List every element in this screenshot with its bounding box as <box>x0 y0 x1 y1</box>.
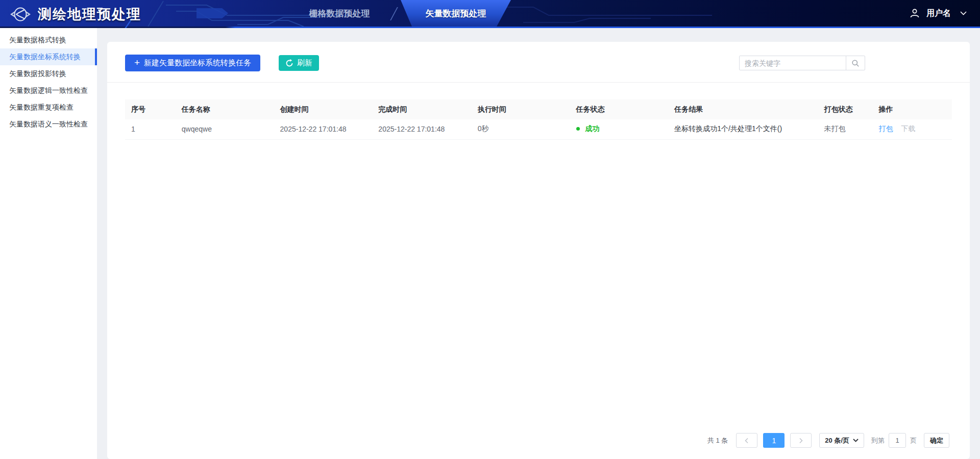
top-tabs: 栅格数据预处理 矢量数据预处理 <box>293 0 511 27</box>
page-1-button[interactable]: 1 <box>763 433 785 448</box>
chevron-left-icon <box>744 438 749 444</box>
col-actions: 操作 <box>872 99 952 119</box>
tab-label: 矢量数据预处理 <box>426 8 486 19</box>
col-status: 任务状态 <box>570 99 669 119</box>
app-header: 测绘地理预处理 栅格数据预处理 矢量数据预处理 用户名 <box>0 0 980 28</box>
search-button[interactable] <box>846 56 865 70</box>
cell-result: 坐标转换成功1个/共处理1个文件() <box>668 119 818 139</box>
prev-page-button[interactable] <box>736 433 757 448</box>
chevron-down-icon <box>853 439 859 442</box>
search-icon <box>851 59 860 67</box>
table-row: 1 qwqeqwe 2025-12-22 17:01:48 2025-12-22… <box>125 119 952 139</box>
header-accent-line <box>0 27 980 28</box>
app-title: 测绘地理预处理 <box>38 5 141 23</box>
pack-link[interactable]: 打包 <box>878 124 893 133</box>
col-created-time: 创建时间 <box>274 99 373 119</box>
cell-pack-status: 未打包 <box>818 119 873 139</box>
status-dot-icon <box>576 127 580 131</box>
cell-finished-time: 2025-12-22 17:01:48 <box>372 119 471 139</box>
sidebar-item-format-conversion[interactable]: 矢量数据格式转换 <box>0 32 97 48</box>
chevron-right-icon <box>798 438 803 444</box>
app-logo-icon <box>9 5 32 24</box>
user-menu[interactable]: 用户名 <box>909 0 967 27</box>
goto-page-suffix: 页 <box>910 436 917 445</box>
cell-index: 1 <box>125 119 176 139</box>
brand: 测绘地理预处理 <box>0 5 141 24</box>
cell-duration: 0秒 <box>472 119 570 139</box>
task-table: 序号 任务名称 创建时间 完成时间 执行时间 任务状态 任务结果 打包状态 操作 <box>125 99 952 140</box>
refresh-button[interactable]: 刷新 <box>279 55 319 71</box>
user-name: 用户名 <box>926 8 951 19</box>
tab-label: 栅格数据预处理 <box>309 8 370 19</box>
sidebar-item-projection-conversion[interactable]: 矢量数据投影转换 <box>0 65 97 82</box>
pagination: 共 1 条 1 20 条/页 <box>707 433 949 448</box>
sidebar-item-coordinate-system-conversion[interactable]: 矢量数据坐标系统转换 <box>0 48 97 65</box>
sidebar-item-duplicate-check[interactable]: 矢量数据重复项检查 <box>0 99 97 116</box>
cell-actions: 打包 下载 <box>872 119 952 139</box>
content-panel: + 新建矢量数据坐标系统转换任务 刷新 <box>107 42 970 459</box>
goto-page-input[interactable] <box>889 433 906 448</box>
task-table-area: 序号 任务名称 创建时间 完成时间 执行时间 任务状态 任务结果 打包状态 操作 <box>107 83 970 140</box>
page-size-select[interactable]: 20 条/页 <box>819 433 864 448</box>
download-link[interactable]: 下载 <box>901 124 915 133</box>
col-duration: 执行时间 <box>472 99 570 119</box>
tab-raster-preprocessing[interactable]: 栅格数据预处理 <box>293 0 385 27</box>
cell-task-name: qwqeqwe <box>176 119 274 139</box>
sidebar: 矢量数据格式转换 矢量数据坐标系统转换 矢量数据投影转换 矢量数据逻辑一致性检查… <box>0 28 97 459</box>
col-result: 任务结果 <box>668 99 818 119</box>
pagination-total: 共 1 条 <box>707 436 728 445</box>
search-group <box>739 56 865 70</box>
status-text: 成功 <box>585 124 599 133</box>
user-icon <box>909 8 920 19</box>
page-size-label: 20 条/页 <box>825 436 849 445</box>
table-header-row: 序号 任务名称 创建时间 完成时间 执行时间 任务状态 任务结果 打包状态 操作 <box>125 99 952 119</box>
sidebar-item-logical-consistency-check[interactable]: 矢量数据逻辑一致性检查 <box>0 82 97 99</box>
col-index: 序号 <box>125 99 176 119</box>
cell-created-time: 2025-12-22 17:01:48 <box>274 119 373 139</box>
chevron-down-icon <box>960 11 967 15</box>
toolbar: + 新建矢量数据坐标系统转换任务 刷新 <box>107 42 970 83</box>
col-pack-status: 打包状态 <box>818 99 873 119</box>
sidebar-item-semantic-consistency-check[interactable]: 矢量数据语义一致性检查 <box>0 116 97 133</box>
goto-confirm-button[interactable]: 确定 <box>924 433 949 448</box>
new-task-button-label: 新建矢量数据坐标系统转换任务 <box>144 58 251 68</box>
refresh-icon <box>285 59 293 67</box>
cell-status: 成功 <box>570 119 669 139</box>
col-finished-time: 完成时间 <box>372 99 471 119</box>
col-task-name: 任务名称 <box>176 99 274 119</box>
refresh-button-label: 刷新 <box>297 58 312 68</box>
new-task-button[interactable]: + 新建矢量数据坐标系统转换任务 <box>125 55 260 71</box>
search-input[interactable] <box>739 56 846 70</box>
goto-page-prefix: 到第 <box>871 436 885 445</box>
main-content: + 新建矢量数据坐标系统转换任务 刷新 <box>97 28 980 459</box>
tab-vector-preprocessing[interactable]: 矢量数据预处理 <box>401 0 511 27</box>
next-page-button[interactable] <box>790 433 812 448</box>
plus-icon: + <box>134 58 140 67</box>
